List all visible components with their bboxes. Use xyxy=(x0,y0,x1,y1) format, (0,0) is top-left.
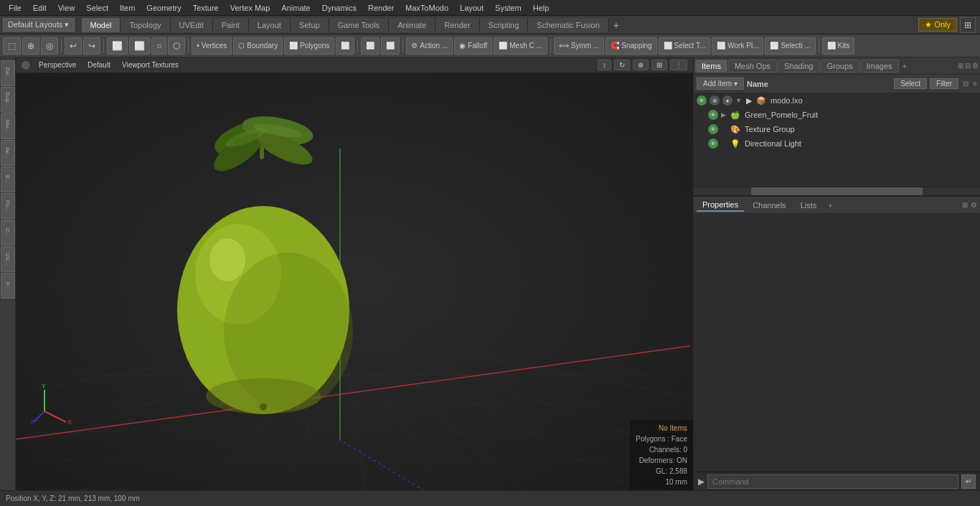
toolbar-selecti-btn[interactable]: ⬜Selecti ... xyxy=(765,37,815,55)
toolbar-select-t-btn[interactable]: ⬜Select T... xyxy=(659,37,711,55)
panel-settings-btn[interactable]: ⚙ xyxy=(972,62,979,70)
panel-tab-shading[interactable]: Shading xyxy=(778,60,819,72)
menu-file[interactable]: File xyxy=(3,2,27,14)
scene-canvas[interactable]: X Y Z No Items Polygons : Face Channels:… xyxy=(16,73,693,490)
toolbar-redo-btn[interactable]: ↪ xyxy=(83,37,100,55)
toolbar-falloff-btn[interactable]: ◉Falloff xyxy=(454,37,492,55)
toolbar-circle-btn[interactable]: ◎ xyxy=(41,37,58,55)
sidebar-left-de[interactable]: De... xyxy=(1,60,15,86)
menu-item[interactable]: Item xyxy=(114,2,141,14)
sidebar-left-uv[interactable]: UV... xyxy=(1,246,15,272)
menu-dynamics[interactable]: Dynamics xyxy=(316,2,362,14)
layout-add-tab[interactable]: + xyxy=(609,18,623,32)
toolbar-vertices-btn[interactable]: •Vertices xyxy=(192,37,232,55)
items-select-button[interactable]: Select xyxy=(894,78,927,89)
viewport-dot[interactable] xyxy=(22,61,30,70)
menu-layout[interactable]: Layout xyxy=(454,2,489,14)
toolbar-box2-btn[interactable]: ⬜ xyxy=(129,37,150,55)
viewport-default[interactable]: Default xyxy=(85,60,113,70)
list-item[interactable]: 👁 ▶ 💡 Directional Light xyxy=(694,136,980,151)
menu-geometry[interactable]: Geometry xyxy=(141,2,187,14)
viewport-move-btn[interactable]: ↕ xyxy=(598,60,611,70)
item-eye3-0[interactable]: ● xyxy=(722,95,732,106)
list-item[interactable]: 👁 ▶ 🍏 Green_Pomelo_Fruit xyxy=(694,108,980,122)
item-eye-3[interactable]: 👁 xyxy=(708,139,718,149)
tab-schematic-fusion[interactable]: Schematic Fusion xyxy=(528,18,608,32)
item-eye-1[interactable]: 👁 xyxy=(708,110,718,120)
item-eye-0[interactable]: 👁 xyxy=(697,95,707,106)
sidebar-left-c[interactable]: C... xyxy=(1,220,15,245)
toolbar-polygons-btn[interactable]: ⬜Polygons xyxy=(284,37,334,55)
toolbar-kits-btn[interactable]: ⬜Kits xyxy=(822,37,855,55)
items-expand-btn2[interactable]: ≡ xyxy=(973,80,977,88)
items-scroll[interactable] xyxy=(694,187,980,195)
tab-model[interactable]: Model xyxy=(82,18,121,32)
tab-layout[interactable]: Layout xyxy=(249,18,291,32)
menu-render[interactable]: Render xyxy=(362,2,400,14)
toolbar-display2-btn[interactable]: ⬜ xyxy=(381,37,400,55)
toolbar-action-btn[interactable]: ⚙Action ... xyxy=(406,37,453,55)
toolbar-snapping-btn[interactable]: 🧲Snapping xyxy=(606,37,656,55)
menu-select[interactable]: Select xyxy=(80,2,114,14)
command-input[interactable] xyxy=(707,474,958,489)
viewport-more-btn[interactable]: ⋮ xyxy=(670,60,687,70)
item-expand-1[interactable]: ▶ xyxy=(721,111,726,118)
tab-topology[interactable]: Topology xyxy=(121,18,170,32)
toolbar-mesh-btn[interactable]: ⬜Mesh C ... xyxy=(494,37,547,55)
toolbar-boundary-btn[interactable]: ⬡Boundary xyxy=(233,37,283,55)
toolbar-toggle-btn[interactable]: ⬚ xyxy=(3,37,21,55)
add-item-button[interactable]: Add Item ▾ xyxy=(697,78,744,90)
items-collapse-btn[interactable]: ⊟ xyxy=(963,80,969,88)
sidebar-left-dup[interactable]: Dup... xyxy=(1,87,15,113)
command-go-btn[interactable]: ↵ xyxy=(961,474,976,489)
viewport-perspective[interactable]: Perspective xyxy=(36,60,79,70)
menu-edit[interactable]: Edit xyxy=(27,2,52,14)
tab-uvedit[interactable]: UVEdit xyxy=(171,18,213,32)
props-tab-properties[interactable]: Properties xyxy=(697,199,744,212)
viewport-textures[interactable]: Viewport Textures xyxy=(119,60,182,70)
panel-tab-mesh-ops[interactable]: Mesh Ops xyxy=(728,60,777,72)
tab-paint[interactable]: Paint xyxy=(213,18,249,32)
viewport-zoom-btn[interactable]: ⊕ xyxy=(633,60,649,70)
menu-system[interactable]: System xyxy=(489,2,527,14)
props-settings-btn[interactable]: ⚙ xyxy=(971,201,977,209)
sidebar-left-po[interactable]: Po... xyxy=(1,193,15,219)
props-tab-lists[interactable]: Lists xyxy=(795,200,823,211)
sidebar-left-me[interactable]: Me... xyxy=(1,113,15,139)
viewport-rotate-btn[interactable]: ↻ xyxy=(614,60,630,70)
star-only-button[interactable]: ★ Only xyxy=(918,18,957,32)
tab-animate[interactable]: Animate xyxy=(389,18,435,32)
panel-add-tab[interactable]: + xyxy=(903,62,907,70)
tab-game-tools[interactable]: Game Tools xyxy=(329,18,390,32)
menu-animate[interactable]: Animate xyxy=(275,2,316,14)
toolbar-hex-btn[interactable]: ⬡ xyxy=(168,37,185,55)
viewport-fit-btn[interactable]: ⊞ xyxy=(651,60,667,70)
toolbar-symm-btn[interactable]: ⟺Symm ... xyxy=(554,37,604,55)
menu-vertex-map[interactable]: Vertex Map xyxy=(225,2,276,14)
toolbar-circle2-btn[interactable]: ○ xyxy=(151,37,166,55)
menu-view[interactable]: View xyxy=(52,2,81,14)
layout-dropdown[interactable]: Default Layouts ▾ xyxy=(3,18,75,32)
tab-render[interactable]: Render xyxy=(435,18,479,32)
props-add-tab[interactable]: + xyxy=(828,201,832,210)
list-item[interactable]: 👁 ▶ 🎨 Texture Group xyxy=(694,122,980,136)
menu-texture[interactable]: Texture xyxy=(187,2,225,14)
toolbar-box1-btn[interactable]: ⬜ xyxy=(107,37,128,55)
layout-expand-button[interactable]: ⊞ xyxy=(960,17,976,33)
props-tab-channels[interactable]: Channels xyxy=(747,200,791,211)
toolbar-add-btn[interactable]: ⊕ xyxy=(22,37,39,55)
sidebar-left-e[interactable]: E... xyxy=(1,167,15,192)
toolbar-work-pl-btn[interactable]: ⬜Work Pl... xyxy=(712,37,763,55)
item-eye2-0[interactable]: ⊕ xyxy=(710,95,720,106)
item-expand-0[interactable]: ▼ xyxy=(735,97,742,104)
item-eye-2[interactable]: 👁 xyxy=(708,124,718,134)
panel-tab-items[interactable]: Items xyxy=(695,60,727,72)
sidebar-left-f[interactable]: F... xyxy=(1,273,15,299)
toolbar-undo-btn[interactable]: ↩ xyxy=(65,37,82,55)
menu-maxtomodo[interactable]: MaxToModo xyxy=(400,2,454,14)
panel-expand-btn[interactable]: ⊞ xyxy=(958,62,963,70)
menu-help[interactable]: Help xyxy=(527,2,555,14)
tab-setup[interactable]: Setup xyxy=(291,18,329,32)
panel-tab-images[interactable]: Images xyxy=(860,60,899,72)
tab-scripting[interactable]: Scripting xyxy=(480,18,529,32)
